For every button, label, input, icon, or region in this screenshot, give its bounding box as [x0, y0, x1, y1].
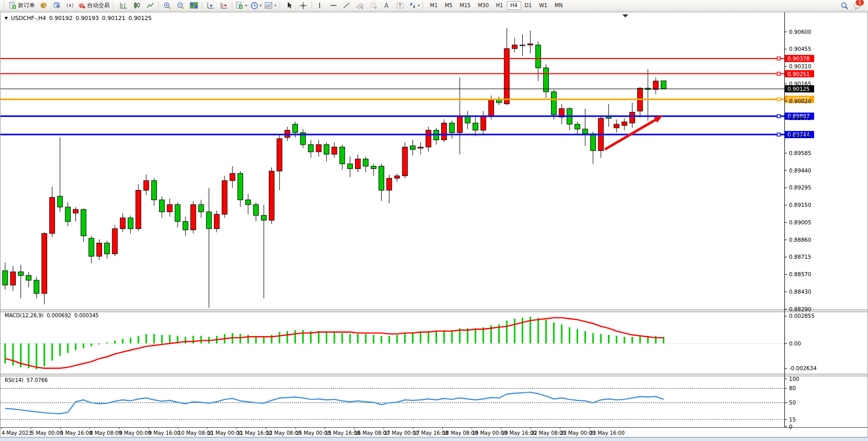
market-watch-button[interactable]: [36, 1, 50, 11]
candle-bear: [175, 205, 180, 222]
timeframe-m1-button[interactable]: M1: [426, 1, 441, 10]
timeframe-m30-button[interactable]: M30: [474, 1, 492, 10]
rsi-pane-label: RSI(14) 57.0766: [5, 377, 48, 383]
macd-bar: [655, 336, 657, 343]
zoom-in-button[interactable]: [160, 1, 173, 11]
chart-shift-button[interactable]: [217, 1, 230, 11]
arrows-button[interactable]: ▾: [407, 1, 422, 11]
bar-chart-type-button[interactable]: [116, 1, 130, 11]
timeframe-h1-button[interactable]: H1: [492, 1, 507, 10]
equidistant-channel-button[interactable]: E: [353, 1, 367, 11]
line-chart-type-button[interactable]: [143, 1, 156, 11]
macd-bar: [5, 343, 6, 363]
periods-button[interactable]: ▾: [249, 1, 264, 11]
candle-bull: [96, 243, 102, 256]
tile-windows-button[interactable]: [187, 1, 200, 11]
ohlc-low: 0.90121: [102, 15, 126, 22]
macd-bar: [514, 319, 516, 343]
level-line-handle: [777, 133, 780, 136]
trendline-button[interactable]: [340, 1, 353, 11]
fibonacci-button[interactable]: F: [367, 1, 380, 11]
candle-bear: [410, 146, 416, 149]
macd-bar: [404, 333, 406, 343]
time-axis-label: 5 May 00:00: [31, 430, 63, 436]
candle-bull: [520, 45, 525, 46]
candle-bull: [387, 178, 392, 190]
candle-bear: [253, 205, 259, 216]
cursor-button[interactable]: [283, 1, 297, 11]
arrows-dropdown[interactable]: ▾: [418, 4, 420, 8]
macd-bar: [443, 330, 445, 343]
macd-bar: [59, 343, 61, 356]
candlestick-type-button[interactable]: [130, 1, 143, 11]
timeframe-m15-button[interactable]: M15: [456, 1, 474, 10]
candle-bull: [112, 228, 117, 254]
candle-bear: [261, 216, 266, 220]
search-icon[interactable]: [840, 2, 848, 9]
timeframe-mn-button[interactable]: MN: [551, 1, 566, 10]
cursor-icon: [286, 2, 293, 9]
candle-bull: [488, 99, 494, 116]
candle-bull: [167, 205, 172, 212]
candle-bear: [536, 45, 541, 68]
chart-canvas[interactable]: 0.0028550.00-0.00263410080501500.903780.…: [1, 12, 867, 437]
chart-window[interactable]: ▼ USDCHF-,H4 0.90192 0.90193 0.90121 0.9…: [0, 12, 868, 437]
timeframe-m5-button[interactable]: M5: [441, 1, 456, 10]
rsi-axis-tick: 100: [789, 376, 799, 382]
timeframe-w1-button[interactable]: W1: [536, 1, 551, 10]
signals-icon: [66, 2, 74, 9]
vertical-line-button[interactable]: [313, 1, 327, 11]
candle-bear: [65, 207, 70, 221]
candle-bear: [575, 124, 580, 129]
candle-bull: [120, 218, 125, 228]
macd-bar: [137, 336, 139, 343]
candle-bull: [512, 45, 517, 49]
macd-bar: [44, 343, 45, 367]
new-chart-button[interactable]: ▾: [234, 1, 249, 11]
crosshair-button[interactable]: [297, 1, 310, 11]
macd-bar: [475, 328, 476, 343]
candle-bear: [199, 205, 204, 212]
toolbar-drag-handle[interactable]: [4, 2, 6, 9]
auto-scroll-button[interactable]: [204, 1, 217, 11]
svg-text:T: T: [398, 3, 402, 8]
market-watch-icon: [40, 2, 47, 9]
macd-bar: [522, 318, 523, 343]
timeframe-d1-button[interactable]: D1: [521, 1, 536, 10]
macd-bar: [381, 336, 382, 343]
chat-icon[interactable]: 1: [853, 2, 861, 9]
candle-bull: [144, 181, 149, 190]
price-axis-tick: 0.89585: [789, 150, 811, 156]
zoom-out-button[interactable]: [173, 1, 187, 11]
price-badge-label: 0.90125: [787, 86, 810, 92]
macd-value-main: 0.000692: [47, 313, 71, 318]
horizontal-line-button[interactable]: [327, 1, 340, 11]
auto-trading-button[interactable]: 自动交易: [76, 1, 111, 11]
candle-bear: [449, 123, 455, 133]
candle-bear: [292, 124, 298, 132]
templates-dropdown[interactable]: ▾: [274, 4, 277, 8]
candle-bear: [3, 271, 8, 285]
ohlc-high: 0.90193: [75, 15, 99, 22]
macd-bar: [130, 338, 131, 343]
text-button[interactable]: A: [380, 1, 393, 11]
symbol-dropdown-icon[interactable]: ▼: [5, 16, 8, 21]
text-label-button[interactable]: T: [393, 1, 407, 11]
candle-bear: [347, 164, 352, 168]
time-axis-label: 5 May 16:00: [61, 430, 92, 436]
new-order-button[interactable]: 新订单: [7, 1, 36, 11]
new-chart-dropdown[interactable]: ▾: [245, 4, 247, 8]
group-handle-timeframes: [423, 2, 425, 9]
templates-button[interactable]: ▾: [263, 1, 278, 11]
time-axis-label: 9 May 00:00: [119, 430, 151, 436]
candle-bear: [238, 174, 243, 200]
navigator-button[interactable]: [50, 1, 63, 11]
periods-dropdown[interactable]: ▾: [260, 4, 262, 8]
candle-bear: [473, 123, 478, 130]
toolbar-separator-1: [158, 2, 159, 9]
timeframe-h4-button[interactable]: H4: [507, 1, 521, 10]
macd-bar: [538, 318, 539, 343]
signals-button[interactable]: [63, 1, 76, 11]
templates-icon: [265, 2, 272, 9]
macd-bar: [373, 335, 374, 343]
